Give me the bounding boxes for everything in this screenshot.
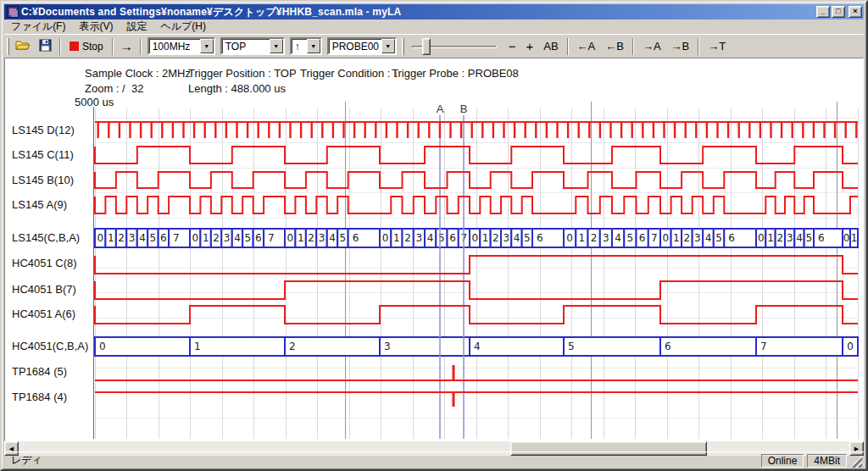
trigger-edge-value: ↑: [292, 39, 307, 53]
status-memory-badge: 4MBit: [807, 454, 847, 468]
zoom-slider[interactable]: [412, 37, 497, 56]
cursor-a-right-button[interactable]: →A: [637, 36, 666, 57]
toolbar-separator: [59, 38, 61, 55]
sample-clock-combobox[interactable]: 100MHz ▼: [147, 37, 215, 55]
menu-view[interactable]: 表示(V): [72, 19, 120, 35]
chevron-down-icon[interactable]: ▼: [381, 39, 395, 53]
toolbar-separator: [632, 38, 634, 55]
toolbar-grip: [402, 38, 404, 55]
toolbar-separator: [140, 38, 142, 55]
minimize-button[interactable]: _: [816, 6, 830, 18]
run-arrow-icon: →: [120, 39, 133, 53]
cursor-b-left-button[interactable]: ←B: [600, 36, 629, 57]
stop-icon: [70, 42, 79, 51]
trigger-probe-value: PROBE00: [329, 39, 381, 53]
status-bar: レディ Online 4MBit: [4, 452, 864, 468]
maximize-button[interactable]: □: [832, 6, 845, 18]
menu-bar: ファイル(F) 表示(V) 設定 ヘルプ(H): [4, 19, 864, 33]
chevron-down-icon[interactable]: ▼: [270, 39, 283, 53]
menu-help[interactable]: ヘルプ(H): [153, 19, 213, 35]
zoom-ab-button[interactable]: AB: [538, 36, 563, 57]
title-bar: C:¥Documents and Settings¥noname¥デスクトップ¥…: [4, 4, 864, 19]
menu-file[interactable]: ファイル(F): [4, 19, 72, 35]
trigger-position-value: TOP: [222, 39, 270, 53]
app-icon: [7, 6, 19, 18]
save-button[interactable]: [34, 36, 56, 57]
open-file-button[interactable]: [12, 36, 34, 57]
status-ready-text: レディ: [6, 453, 758, 468]
trigger-probe-combobox[interactable]: PROBE00 ▼: [327, 37, 397, 55]
toolbar: Stop → 100MHz ▼ TOP ▼ ↑ ▼ PROBE00 ▼ − +: [4, 34, 864, 58]
trigger-position-combobox[interactable]: TOP ▼: [220, 37, 285, 55]
app-window: C:¥Documents and Settings¥noname¥デスクトップ¥…: [0, 0, 868, 471]
window-title: C:¥Documents and Settings¥noname¥デスクトップ¥…: [21, 5, 816, 19]
run-button[interactable]: →: [117, 36, 136, 57]
goto-trigger-button[interactable]: →T: [703, 36, 731, 57]
zoom-slider-thumb[interactable]: [422, 38, 431, 55]
zoom-out-button[interactable]: −: [504, 36, 521, 57]
menu-settings[interactable]: 設定: [120, 19, 153, 35]
trigger-edge-combobox[interactable]: ↑ ▼: [290, 37, 322, 55]
stop-button[interactable]: Stop: [64, 36, 108, 57]
toolbar-grip: [7, 38, 9, 55]
stop-label: Stop: [82, 41, 103, 53]
close-button[interactable]: ×: [849, 6, 862, 18]
status-online-badge: Online: [761, 454, 804, 468]
chevron-down-icon[interactable]: ▼: [307, 39, 320, 53]
cursor-b-right-button[interactable]: →B: [666, 36, 695, 57]
floppy-disk-icon: [39, 39, 52, 54]
toolbar-separator: [112, 38, 114, 55]
waveform-panel: [4, 58, 864, 441]
resize-grip[interactable]: [850, 456, 862, 468]
toolbar-separator: [698, 38, 699, 55]
sample-clock-value: 100MHz: [149, 39, 200, 53]
toolbar-separator: [567, 38, 569, 55]
open-folder-icon: [15, 39, 31, 53]
zoom-in-button[interactable]: +: [520, 36, 538, 57]
chevron-down-icon[interactable]: ▼: [200, 39, 214, 53]
cursor-a-left-button[interactable]: ←A: [572, 36, 601, 57]
